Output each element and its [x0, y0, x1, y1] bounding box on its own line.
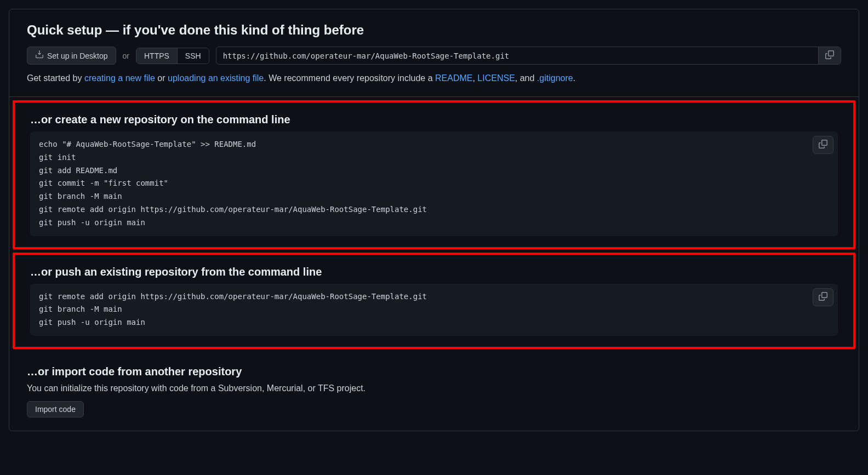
create-repo-section: …or create a new repository on the comma…: [13, 100, 855, 249]
gitignore-link[interactable]: .gitignore: [537, 73, 573, 83]
license-link[interactable]: LICENSE: [477, 73, 515, 83]
push-repo-code[interactable]: git remote add origin https://github.com…: [39, 290, 829, 329]
import-code-button[interactable]: Import code: [27, 401, 84, 417]
clipboard-icon: [825, 50, 834, 61]
import-title: …or import code from another repository: [27, 365, 841, 378]
copy-create-code-button[interactable]: [813, 136, 833, 154]
clone-url-input[interactable]: [216, 47, 818, 64]
page-title: Quick setup — if you've done this kind o…: [27, 22, 841, 38]
clipboard-icon: [819, 292, 827, 302]
create-repo-code[interactable]: echo "# AquaWeb-RootSage-Template" >> RE…: [39, 138, 829, 230]
https-button[interactable]: HTTPS: [136, 48, 177, 64]
create-repo-title: …or create a new repository on the comma…: [30, 113, 838, 126]
ssh-button[interactable]: SSH: [177, 48, 209, 64]
upload-file-link[interactable]: uploading an existing file: [168, 73, 264, 83]
quick-setup-container: Quick setup — if you've done this kind o…: [9, 9, 859, 431]
or-text: or: [123, 51, 129, 60]
push-repo-title: …or push an existing repository from the…: [30, 266, 838, 278]
setup-desktop-label: Set up in Desktop: [47, 51, 108, 60]
clipboard-icon: [819, 140, 827, 150]
desktop-download-icon: [35, 50, 44, 61]
copy-push-code-button[interactable]: [813, 288, 833, 306]
push-repo-section: …or push an existing repository from the…: [13, 253, 855, 349]
import-desc: You can initialize this repository with …: [27, 384, 841, 393]
protocol-toggle: HTTPS SSH: [136, 48, 209, 64]
copy-url-button[interactable]: [818, 47, 841, 64]
readme-link[interactable]: README: [435, 73, 472, 83]
setup-controls-row: Set up in Desktop or HTTPS SSH: [27, 47, 841, 65]
clone-url-group: [216, 47, 841, 65]
push-repo-code-block: git remote add origin https://github.com…: [30, 284, 838, 336]
create-file-link[interactable]: creating a new file: [84, 73, 155, 83]
header-section: Quick setup — if you've done this kind o…: [9, 9, 859, 97]
create-repo-code-block: echo "# AquaWeb-RootSage-Template" >> RE…: [30, 131, 838, 236]
help-text: Get started by creating a new file or up…: [27, 73, 841, 83]
import-section: …or import code from another repository …: [9, 352, 859, 431]
setup-desktop-button[interactable]: Set up in Desktop: [27, 47, 116, 65]
